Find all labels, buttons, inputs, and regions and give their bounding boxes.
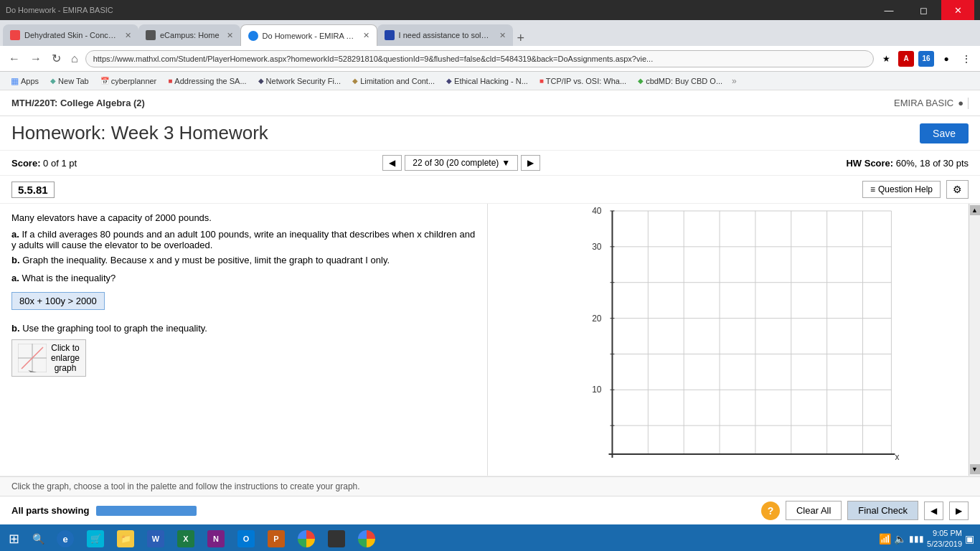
taskbar-powerpoint-icon[interactable]: P [262, 526, 291, 551]
bookmark-newtab[interactable]: ◆ New Tab [45, 75, 94, 87]
taskbar-word-icon[interactable]: W [141, 526, 170, 551]
tab-close-homework[interactable]: ✕ [363, 31, 369, 40]
hw-score-label: HW Score: [846, 158, 893, 169]
status-bar: Click the graph, choose a tool in the pa… [0, 476, 980, 496]
answer-box: 80x + 100y > 2000 [11, 292, 105, 310]
next-question-button[interactable]: ▶ [521, 155, 540, 171]
bookmark-cyberplanner[interactable]: 📅 cyberplanner [95, 75, 162, 87]
close-button[interactable]: ✕ [941, 0, 974, 20]
tab-close-assistance[interactable]: ✕ [499, 31, 506, 40]
taskbar-chrome2-icon[interactable] [352, 526, 381, 551]
extension-icon-16[interactable]: 16 [918, 51, 934, 67]
help-circle-button[interactable]: ? [761, 501, 780, 520]
bookmark-limitation[interactable]: ◆ Limitation and Cont... [347, 75, 440, 87]
battery-icon: ▮▮▮ [909, 534, 924, 544]
taskbar-app2-icon[interactable] [322, 526, 351, 551]
part-b: b. Graph the inequality. Because x and y… [11, 255, 476, 265]
graph-scrollbar[interactable]: ▲ ▼ [969, 204, 980, 476]
taskbar-left: ⊞ 🔍 e 🛒 📁 W X N O P [3, 526, 381, 551]
minimize-button[interactable]: — [872, 0, 905, 20]
taskbar-files-icon[interactable]: 📁 [111, 526, 140, 551]
cbd-icon: ◆ [638, 77, 644, 85]
taskbar-chrome-icon[interactable] [292, 526, 321, 551]
scroll-down-button[interactable]: ▼ [970, 464, 980, 474]
taskbar-excel-icon[interactable]: X [171, 526, 200, 551]
prev-question-button[interactable]: ◀ [382, 155, 402, 171]
tab-close-dehydrated[interactable]: ✕ [125, 31, 131, 40]
taskbar-ie-icon[interactable]: e [51, 526, 80, 551]
final-check-button[interactable]: Final Check [847, 501, 918, 520]
bookmark-apps[interactable]: ▦ Apps [6, 75, 44, 88]
enlarge-graph-button[interactable]: Click toenlargegraph [11, 339, 86, 377]
tcpip-icon: ■ [540, 77, 544, 85]
windows-icon: ⊞ [9, 531, 19, 547]
taskbar-store-icon[interactable]: 🛒 [81, 526, 110, 551]
course-title: MTH/220T: College Algebra (2) [11, 98, 145, 108]
graph-preview-icon [18, 344, 47, 372]
graph-panel[interactable]: 40 30 20 10 x ▲ ▼ [488, 204, 980, 476]
forward-button[interactable]: → [27, 51, 44, 67]
tab-favicon-assistance [385, 30, 395, 40]
bookmark-cbdmd[interactable]: ◆ cbdMD: Buy CBD O... [633, 75, 727, 87]
svg-text:40: 40 [592, 206, 602, 216]
parts-showing-label: All parts showing [11, 505, 89, 516]
bookmark-ethical[interactable]: ◆ Ethical Hacking - N... [441, 75, 533, 87]
profile-icon[interactable]: ● [938, 51, 954, 67]
reload-button[interactable]: ↻ [49, 50, 64, 67]
address-bar[interactable] [85, 50, 874, 67]
clear-all-button[interactable]: Clear All [786, 501, 842, 520]
graph-svg[interactable]: 40 30 20 10 x [488, 204, 980, 476]
vertical-divider [968, 98, 969, 109]
taskbar-outlook-icon[interactable]: O [232, 526, 260, 551]
part-a-text: If a child averages 80 pounds and an adu… [11, 229, 475, 250]
save-button[interactable]: Save [920, 123, 969, 143]
bookmark-label-cbdmd: cbdMD: Buy CBD O... [646, 77, 722, 85]
bookmark-tcpip[interactable]: ■ TCP/IP vs. OSI: Wha... [534, 75, 631, 87]
score-info: Score: 0 of 1 pt [11, 158, 77, 169]
tab-homework[interactable]: Do Homework - EMIRA BASIC ✕ [240, 24, 377, 46]
svg-text:x: x [895, 452, 899, 462]
hw-score-value: 60%, 18 of 30 pts [896, 158, 969, 169]
notification-icon[interactable]: ▣ [965, 533, 974, 545]
nav-icons: ★ A 16 ● ⋮ [878, 51, 974, 67]
question-help-button[interactable]: ≡ Question Help [862, 181, 941, 198]
acrobat-icon[interactable]: A [898, 51, 914, 67]
bottom-next-button[interactable]: ▶ [949, 501, 969, 520]
tab-dehydrated[interactable]: Dehydrated Skin - Concerns ✕ [3, 24, 138, 46]
volume-icon: 🔈 [894, 533, 906, 545]
ethical-icon: ◆ [446, 77, 452, 85]
tab-ecampus[interactable]: eCampus: Home ✕ [138, 24, 240, 46]
tab-close-ecampus[interactable]: ✕ [227, 31, 233, 40]
apps-grid-icon: ▦ [11, 76, 19, 86]
question-progress-text: 22 of 30 (20 complete) [413, 158, 499, 168]
more-bookmarks-icon[interactable]: » [732, 76, 737, 86]
taskbar-search-icon[interactable]: 🔍 [27, 526, 50, 551]
tab-assistance[interactable]: I need assistance to solve the sy: ✕ [377, 24, 513, 46]
taskbar-onenote-icon[interactable]: N [202, 526, 230, 551]
window-controls[interactable]: — ◻ ✕ [872, 0, 974, 20]
settings-button[interactable]: ⚙ [946, 180, 969, 199]
part-a-label: a. [11, 229, 19, 240]
bookmark-sa[interactable]: ■ Addressing the SA... [163, 75, 251, 87]
progress-bar [96, 506, 197, 516]
back-button[interactable]: ← [6, 51, 23, 67]
svg-text:20: 20 [592, 314, 602, 324]
bookmark-network[interactable]: ◆ Network Security Fi... [253, 75, 347, 87]
menu-icon[interactable]: ⋮ [958, 51, 974, 67]
sa-icon: ■ [168, 77, 172, 85]
scroll-up-button[interactable]: ▲ [970, 205, 980, 215]
title-bar: Do Homework - EMIRA BASIC — ◻ ✕ [0, 0, 980, 20]
bottom-prev-button[interactable]: ◀ [924, 501, 943, 520]
score-bar: Score: 0 of 1 pt ◀ 22 of 30 (20 complete… [0, 151, 980, 176]
home-button[interactable]: ⌂ [68, 51, 81, 67]
restore-button[interactable]: ◻ [907, 0, 940, 20]
part-a2-text: What is the inequality? [22, 273, 116, 283]
tab-label-ecampus: eCampus: Home [160, 31, 220, 39]
username: EMIRA BASIC [894, 98, 953, 108]
new-tab-button[interactable]: + [513, 31, 529, 46]
title-bar-left: Do Homework - EMIRA BASIC [6, 6, 113, 14]
bookmark-star-icon[interactable]: ★ [878, 51, 894, 67]
enlarge-graph-label: Click toenlargegraph [51, 343, 80, 373]
window-title: Do Homework - EMIRA BASIC [6, 6, 113, 14]
start-button[interactable]: ⊞ [3, 528, 25, 550]
